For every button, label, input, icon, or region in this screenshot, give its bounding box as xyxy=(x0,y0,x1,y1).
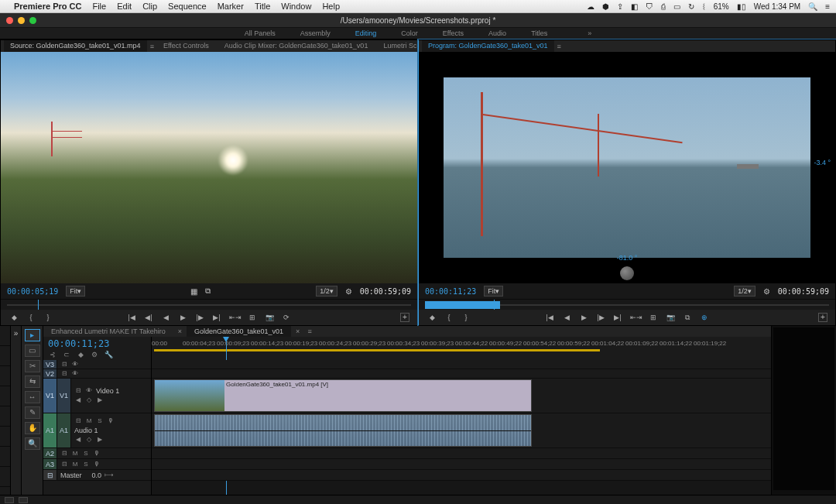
printer-icon[interactable]: ⎙ xyxy=(661,2,666,11)
view-mode-icon[interactable] xyxy=(19,497,28,503)
track-v3[interactable]: V3 ⊟👁 xyxy=(43,360,151,369)
loop-button[interactable]: ⟳ xyxy=(281,312,292,323)
add-marker-button[interactable]: ◆ xyxy=(427,312,437,323)
workspace-overflow[interactable]: » xyxy=(588,29,591,37)
compare-button[interactable]: ⧉ xyxy=(682,312,693,323)
display-icon[interactable]: ▭ xyxy=(673,2,680,11)
source-playhead[interactable] xyxy=(38,300,39,310)
track-a1[interactable]: A1 A1 ⊟MS🎙 Audio 1 ◀◇▶ xyxy=(43,413,151,448)
program-monitor[interactable]: -3.4 ° -81.0 ° xyxy=(419,52,835,283)
source-patch-v1[interactable]: V1 xyxy=(43,379,57,413)
hand-tool[interactable]: ✋ xyxy=(25,422,40,434)
status-icon[interactable]: ◧ xyxy=(631,2,638,11)
goto-out-button[interactable]: ▶| xyxy=(211,312,222,323)
track-master[interactable]: ⊟ Master 0.0⟼ xyxy=(43,470,151,481)
work-area-bar[interactable] xyxy=(154,349,600,351)
tab-close-icon[interactable]: × xyxy=(175,327,185,335)
pen-tool[interactable]: ✎ xyxy=(25,406,40,419)
settings-icon[interactable]: ⚙ xyxy=(345,287,352,296)
sync-icon[interactable]: ↻ xyxy=(688,2,694,11)
wifi-icon[interactable]: ⧙ xyxy=(702,2,706,11)
vr-toggle-icon[interactable]: ▦ xyxy=(190,287,197,296)
wrench-icon[interactable]: 🔧 xyxy=(104,351,113,360)
video-clip[interactable]: GoldenGate360_take01_v01.mp4 [V] xyxy=(154,379,532,412)
menu-clip[interactable]: Clip xyxy=(142,2,157,11)
workspace-titles[interactable]: Titles xyxy=(531,29,547,37)
workspace-assembly[interactable]: Assembly xyxy=(300,29,331,37)
mark-out-button[interactable]: } xyxy=(43,312,53,323)
tab-source[interactable]: Source: GoldenGate360_take01_v01.mp4 xyxy=(4,40,147,52)
source-zoom[interactable]: Fit ▾ xyxy=(66,286,85,297)
workspace-editing[interactable]: Editing xyxy=(355,29,377,37)
track-select-tool[interactable]: ▭ xyxy=(25,345,40,357)
settings-icon[interactable]: ⚙ xyxy=(763,287,770,296)
clock[interactable]: Wed 1:34 PM xyxy=(754,2,800,11)
add-marker-button[interactable]: ◆ xyxy=(9,312,19,323)
workspace-color[interactable]: Color xyxy=(401,29,418,37)
button-editor[interactable]: + xyxy=(400,313,409,322)
tab-audio-clip-mixer[interactable]: Audio Clip Mixer: GoldenGate360_take01_v… xyxy=(218,40,375,52)
menu-file[interactable]: File xyxy=(92,2,106,11)
marker-icon[interactable]: ◆ xyxy=(76,351,85,360)
step-fwd-button[interactable]: |▶ xyxy=(194,312,205,323)
goto-in-button[interactable]: |◀ xyxy=(126,312,137,323)
step-back-button[interactable]: ◀| xyxy=(143,312,154,323)
track-a3[interactable]: A3 ⊟MS🎙 xyxy=(43,459,151,470)
timeline-ruler[interactable]: 00:00 00:00:04;23 00:00:09;23 00:00:14;2… xyxy=(152,337,771,360)
vr-button[interactable]: ⊕ xyxy=(699,312,710,323)
vr-tilt-readout[interactable]: -3.4 ° xyxy=(814,159,831,166)
program-playhead[interactable] xyxy=(494,300,495,310)
seq-tab-2[interactable]: GoldenGate360_take01_v01 xyxy=(187,326,291,337)
timeline-timecode[interactable]: 00:00:11;23 xyxy=(48,338,146,349)
track-a2[interactable]: A2 ⊟MS🎙 xyxy=(43,448,151,459)
seq-tab-1[interactable]: Enhanced Lumetri MAKE IT Takehiro xyxy=(43,326,173,337)
lane-v2[interactable] xyxy=(152,369,771,379)
razor-tool[interactable]: ⇆ xyxy=(25,375,40,388)
lane-master[interactable] xyxy=(152,470,771,481)
track-v1[interactable]: V1 V1 ⊟👁Video 1 ◀◇▶ xyxy=(43,379,151,413)
status-icon[interactable]: ⬢ xyxy=(602,2,609,11)
play-button[interactable]: ▶ xyxy=(177,312,188,323)
panel-expand-strip[interactable]: » xyxy=(11,326,22,504)
lane-a2[interactable] xyxy=(152,448,771,459)
battery-icon[interactable]: ▮▯ xyxy=(737,2,746,11)
tab-lumetri-scopes[interactable]: Lumetri Scopes xyxy=(377,40,417,52)
play-button[interactable]: ▶ xyxy=(578,312,589,323)
mark-out-button[interactable]: } xyxy=(461,312,471,323)
overwrite-button[interactable]: ⊞ xyxy=(247,312,258,323)
menu-sequence[interactable]: Sequence xyxy=(168,2,207,11)
source-patch-a1[interactable]: A1 xyxy=(43,413,57,447)
workspace-audio[interactable]: Audio xyxy=(488,29,506,37)
menu-help[interactable]: Help xyxy=(322,2,340,11)
mark-in-button[interactable]: { xyxy=(444,312,454,323)
program-timecode[interactable]: 00:00:11;23 xyxy=(425,287,476,296)
lift-button[interactable]: ⇤⇥ xyxy=(631,312,642,323)
dropbox-icon[interactable]: ⇪ xyxy=(617,2,623,11)
track-lanes[interactable]: GoldenGate360_take01_v01.mp4 [V] xyxy=(152,360,771,504)
lane-v1[interactable]: GoldenGate360_take01_v01.mp4 [V] xyxy=(152,379,771,413)
play-reverse-button[interactable]: ◀ xyxy=(561,312,572,323)
comparison-icon[interactable]: ⧉ xyxy=(205,286,211,296)
source-resolution[interactable]: 1/2 ▾ xyxy=(316,286,337,297)
app-name[interactable]: Premiere Pro CC xyxy=(14,2,81,11)
ripple-tool[interactable]: ✂ xyxy=(25,360,40,372)
workspace-effects[interactable]: Effects xyxy=(443,29,464,37)
battery-pct[interactable]: 61% xyxy=(714,2,729,11)
spotlight-icon[interactable]: 🔍 xyxy=(808,2,817,11)
export-frame-button[interactable]: 📷 xyxy=(665,312,676,323)
status-icon[interactable]: ☁︎ xyxy=(587,2,594,11)
shield-icon[interactable]: ⛉ xyxy=(646,2,653,11)
step-fwd-button[interactable]: |▶ xyxy=(595,312,606,323)
goto-out-button[interactable]: ▶| xyxy=(612,312,623,323)
lane-v3[interactable] xyxy=(152,360,771,369)
export-frame-button[interactable]: 📷 xyxy=(264,312,275,323)
project-panel-collapsed[interactable] xyxy=(0,326,11,504)
audio-clip[interactable] xyxy=(154,414,532,447)
vr-pan-readout[interactable]: -81.0 ° xyxy=(419,254,835,262)
tab-close-icon[interactable]: × xyxy=(293,327,303,335)
view-mode-icon[interactable] xyxy=(5,497,14,503)
linked-sel-icon[interactable]: ⊂ xyxy=(62,351,71,360)
tab-program[interactable]: Program: GoldenGate360_take01_v01 xyxy=(422,40,554,52)
mark-in-button[interactable]: { xyxy=(26,312,36,323)
program-zoom[interactable]: Fit ▾ xyxy=(484,286,503,297)
